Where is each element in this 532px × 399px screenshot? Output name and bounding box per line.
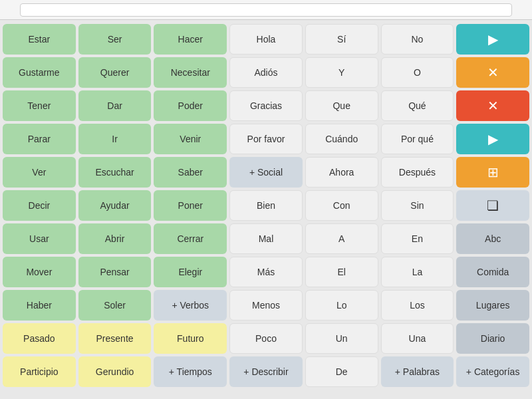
grid-button-1-5[interactable]: O [381, 57, 454, 88]
grid-button-4-5[interactable]: Después [381, 157, 454, 188]
grid-button-1-0[interactable]: Gustarme [3, 57, 76, 88]
grid-button-1-6[interactable]: ✕ [456, 57, 529, 88]
grid-button-0-5[interactable]: No [381, 24, 454, 55]
grid-button-7-2[interactable]: Elegir [154, 257, 227, 287]
grid-button-0-6[interactable]: ▶ [456, 24, 529, 55]
grid-button-6-4[interactable]: A [305, 223, 378, 254]
grid-button-7-4[interactable]: El [305, 257, 378, 287]
grid-button-8-1[interactable]: Soler [78, 290, 152, 321]
grid-button-7-0[interactable]: Mover [3, 257, 76, 287]
grid-button-9-5[interactable]: Una [381, 323, 454, 354]
grid-button-10-3[interactable]: + Describir [229, 356, 303, 387]
grid-button-5-3[interactable]: Bien [229, 190, 303, 221]
grid-button-7-6[interactable]: Comida [456, 257, 529, 287]
grid-button-1-3[interactable]: Adiós [229, 57, 303, 88]
grid-button-0-3[interactable]: Hola [229, 24, 303, 55]
grid-button-4-0[interactable]: Ver [3, 157, 76, 188]
grid-button-10-5[interactable]: + Palabras [381, 356, 454, 387]
grid-button-4-3[interactable]: + Social [229, 157, 303, 188]
grid-button-1-2[interactable]: Necesitar [154, 57, 227, 88]
grid-button-9-6[interactable]: Diario [456, 323, 529, 354]
grid-button-2-4[interactable]: Que [305, 90, 378, 121]
grid-button-4-6[interactable]: ⊞ [456, 157, 529, 188]
search-bar[interactable] [20, 3, 512, 17]
grid-button-5-4[interactable]: Con [305, 190, 378, 221]
grid-button-10-4[interactable]: De [305, 356, 378, 387]
grid-button-4-1[interactable]: Escuchar [78, 157, 152, 188]
grid-button-3-1[interactable]: Ir [78, 124, 152, 154]
grid-button-8-2[interactable]: + Verbos [154, 290, 227, 321]
grid-button-6-3[interactable]: Mal [229, 223, 303, 254]
grid-button-7-1[interactable]: Pensar [78, 257, 152, 287]
grid-button-1-1[interactable]: Querer [78, 57, 152, 88]
grid-button-0-1[interactable]: Ser [78, 24, 152, 55]
grid-button-2-1[interactable]: Dar [78, 90, 152, 121]
grid-button-5-5[interactable]: Sin [381, 190, 454, 221]
grid-button-9-4[interactable]: Un [305, 323, 378, 354]
grid-button-8-3[interactable]: Menos [229, 290, 303, 321]
grid-button-3-4[interactable]: Cuándo [305, 124, 378, 154]
grid-button-6-5[interactable]: En [381, 223, 454, 254]
grid-button-9-1[interactable]: Presente [78, 323, 152, 354]
grid-button-6-0[interactable]: Usar [3, 223, 76, 254]
grid-button-6-2[interactable]: Cerrar [154, 223, 227, 254]
grid-button-10-2[interactable]: + Tiempos [154, 356, 227, 387]
grid-button-6-1[interactable]: Abrir [78, 223, 152, 254]
grid-button-1-4[interactable]: Y [305, 57, 378, 88]
grid-button-8-0[interactable]: Haber [3, 290, 76, 321]
grid-button-7-5[interactable]: La [381, 257, 454, 287]
grid-button-3-6[interactable]: ▶ [456, 124, 529, 154]
grid-button-10-6[interactable]: + Categorías [456, 356, 529, 387]
grid-button-4-2[interactable]: Saber [154, 157, 227, 188]
grid-button-5-6[interactable]: ❏ [456, 190, 529, 221]
grid-button-2-0[interactable]: Tener [3, 90, 76, 121]
grid-button-0-0[interactable]: Estar [3, 24, 76, 55]
grid-button-10-1[interactable]: Gerundio [78, 356, 152, 387]
grid-button-7-3[interactable]: Más [229, 257, 303, 287]
grid-button-5-1[interactable]: Ayudar [78, 190, 152, 221]
grid-button-9-2[interactable]: Futuro [154, 323, 227, 354]
grid-button-10-0[interactable]: Participio [3, 356, 76, 387]
grid-button-3-5[interactable]: Por qué [381, 124, 454, 154]
grid-button-2-3[interactable]: Gracias [229, 90, 303, 121]
grid-button-2-6[interactable]: ✕ [456, 90, 529, 121]
top-bar [0, 0, 532, 20]
grid-button-2-5[interactable]: Qué [381, 90, 454, 121]
grid-button-0-2[interactable]: Hacer [154, 24, 227, 55]
grid-button-2-2[interactable]: Poder [154, 90, 227, 121]
grid-button-3-3[interactable]: Por favor [229, 124, 303, 154]
grid-button-9-0[interactable]: Pasado [3, 323, 76, 354]
grid-button-5-0[interactable]: Decir [3, 190, 76, 221]
button-grid: EstarSerHacerHolaSíNo▶GustarmeQuererNece… [0, 21, 532, 390]
grid-button-0-4[interactable]: Sí [305, 24, 378, 55]
grid-button-8-4[interactable]: Lo [305, 290, 378, 321]
grid-button-3-0[interactable]: Parar [3, 124, 76, 154]
grid-button-8-5[interactable]: Los [381, 290, 454, 321]
grid-button-3-2[interactable]: Venir [154, 124, 227, 154]
grid-button-8-6[interactable]: Lugares [456, 290, 529, 321]
grid-button-5-2[interactable]: Poner [154, 190, 227, 221]
grid-button-4-4[interactable]: Ahora [305, 157, 378, 188]
grid-button-9-3[interactable]: Poco [229, 323, 303, 354]
grid-button-6-6[interactable]: Abc [456, 223, 529, 254]
